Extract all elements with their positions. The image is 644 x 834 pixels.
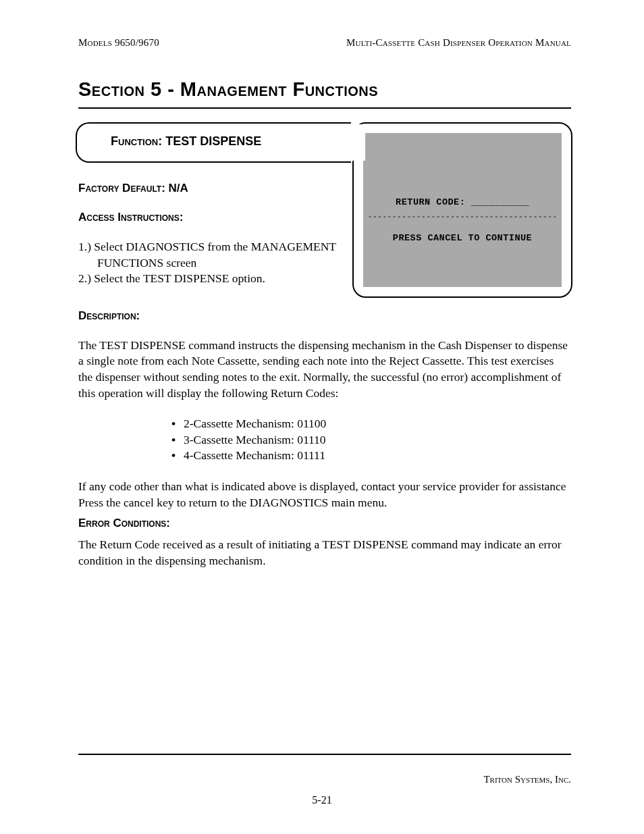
screen-return-code-line: RETURN CODE: __________ (363, 197, 562, 207)
section-title: Section 5 - Management Functions (78, 78, 571, 101)
access-steps: 1.) Select DIAGNOSTICS from the MANAGEME… (78, 239, 355, 287)
factory-default: Factory Default: N/A (78, 180, 355, 197)
header-left: Models 9650/9670 (78, 37, 159, 49)
footer-rule (78, 754, 571, 755)
description-para2: If any code other than what is indicated… (78, 479, 571, 511)
description-label: Description: (78, 309, 571, 324)
function-label: Function: TEST DISPENSE (111, 134, 261, 149)
function-label-value: TEST DISPENSE (165, 134, 261, 148)
return-code-3cassette: 3-Cassette Mechanism: 01110 (184, 432, 571, 448)
return-codes-list: 2-Cassette Mechanism: 01100 3-Cassette M… (78, 416, 571, 464)
page-header: Models 9650/9670 Multi-Cassette Cash Dis… (78, 37, 571, 50)
access-step-1: 1.) Select DIAGNOSTICS from the MANAGEME… (97, 239, 355, 271)
access-step-2: 2.) Select the TEST DISPENSE option. (97, 271, 355, 287)
atm-screen-mock: RETURN CODE: __________ ----------------… (352, 122, 572, 298)
factory-default-label: Factory Default: (78, 182, 169, 194)
screen-return-code-value: __________ (471, 197, 529, 207)
return-code-2cassette: 2-Cassette Mechanism: 01100 (184, 416, 571, 432)
section-rule (78, 107, 571, 109)
function-tab-mask (338, 124, 365, 161)
access-instructions-label: Access Instructions: (78, 210, 355, 226)
description-para1: The TEST DISPENSE command instructs the … (78, 338, 571, 402)
error-conditions-para: The Return Code received as a result of … (78, 537, 571, 569)
footer-company: Triton Systems, Inc. (483, 774, 571, 785)
factory-default-value: N/A (169, 182, 188, 194)
description-block: Description: The TEST DISPENSE command i… (78, 309, 571, 569)
atm-screen-inner: RETURN CODE: __________ ----------------… (363, 133, 562, 287)
footer-page-number: 5-21 (0, 794, 644, 806)
return-code-4cassette: 4-Cassette Mechanism: 01111 (184, 448, 571, 464)
error-conditions-label: Error Conditions: (78, 516, 571, 531)
screen-press-line: PRESS CANCEL TO CONTINUE (363, 233, 562, 243)
manual-page: Models 9650/9670 Multi-Cassette Cash Dis… (0, 0, 644, 834)
header-right: Multi-Cassette Cash Dispenser Operation … (346, 37, 571, 49)
function-label-prefix: Function: (111, 134, 165, 148)
content: Function: TEST DISPENSE RETURN CODE: ___… (78, 122, 571, 569)
screen-return-code-label: RETURN CODE: (396, 197, 465, 207)
screen-divider: --------------------------------------- (363, 213, 562, 222)
